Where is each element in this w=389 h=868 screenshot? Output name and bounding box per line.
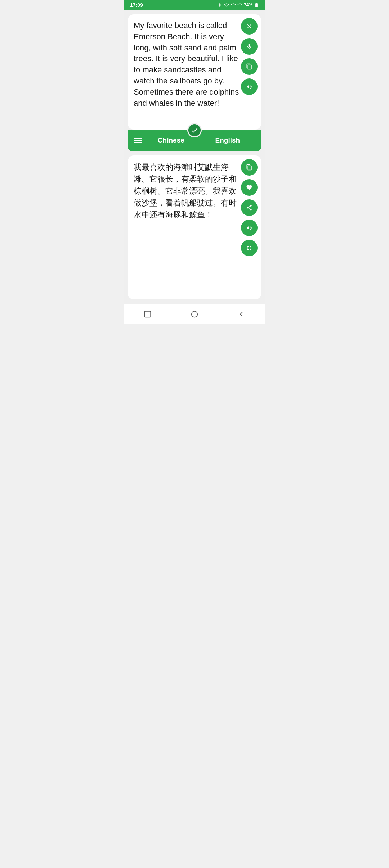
main-content: My favorite beach is called Emerson Beac… bbox=[124, 10, 265, 304]
translation-card: 我最喜欢的海滩叫艾默生海滩。它很长，有柔软的沙子和棕榈树。它非常漂亮。我喜欢做沙… bbox=[128, 155, 261, 299]
nav-square-button[interactable] bbox=[143, 309, 153, 319]
source-lang-button[interactable]: Chinese bbox=[152, 134, 190, 147]
bluetooth-icon bbox=[217, 3, 222, 8]
mic-icon bbox=[246, 43, 252, 50]
nav-bar bbox=[124, 304, 265, 324]
volume-source-button[interactable] bbox=[241, 78, 258, 95]
battery-icon bbox=[254, 3, 259, 8]
back-nav-icon bbox=[237, 310, 245, 318]
expand-icon bbox=[246, 245, 252, 251]
share-icon bbox=[246, 204, 252, 211]
svg-point-1 bbox=[192, 311, 198, 317]
nav-circle-button[interactable] bbox=[189, 309, 200, 319]
volume-translation-icon bbox=[246, 225, 252, 231]
favorite-button[interactable] bbox=[241, 179, 258, 196]
check-icon bbox=[191, 126, 198, 134]
language-selectors: Chinese English bbox=[142, 134, 261, 147]
signal-icon bbox=[231, 3, 236, 8]
translation-action-buttons bbox=[241, 159, 258, 256]
language-toolbar: Chinese English bbox=[128, 130, 261, 151]
volume-source-icon bbox=[246, 83, 252, 90]
source-card: My favorite beach is called Emerson Beac… bbox=[128, 14, 261, 130]
copy-translation-icon bbox=[246, 164, 252, 171]
share-button[interactable] bbox=[241, 199, 258, 216]
copy-source-icon bbox=[246, 63, 252, 70]
menu-line-1 bbox=[134, 138, 142, 139]
copy-translation-button[interactable] bbox=[241, 159, 258, 176]
mic-button[interactable] bbox=[241, 38, 258, 55]
signal2-icon bbox=[237, 3, 242, 8]
target-lang-button[interactable]: English bbox=[210, 134, 246, 147]
source-action-buttons bbox=[241, 18, 258, 95]
copy-source-button[interactable] bbox=[241, 58, 258, 75]
square-nav-icon bbox=[144, 310, 152, 318]
nav-back-button[interactable] bbox=[236, 309, 246, 319]
expand-button[interactable] bbox=[241, 240, 258, 256]
battery-text: 74% bbox=[244, 3, 252, 8]
source-text: My favorite beach is called Emerson Beac… bbox=[134, 20, 240, 109]
circle-nav-icon bbox=[191, 310, 198, 318]
menu-button[interactable] bbox=[134, 138, 142, 143]
status-time: 17:09 bbox=[130, 2, 143, 8]
heart-icon bbox=[246, 184, 252, 191]
close-icon bbox=[246, 23, 252, 30]
menu-line-2 bbox=[134, 140, 142, 141]
menu-line-3 bbox=[134, 142, 142, 143]
svg-rect-0 bbox=[145, 311, 151, 317]
status-bar: 17:09 74% bbox=[124, 0, 265, 10]
translated-text: 我最喜欢的海滩叫艾默生海滩。它很长，有柔软的沙子和棕榈树。它非常漂亮。我喜欢做沙… bbox=[134, 161, 240, 221]
volume-translation-button[interactable] bbox=[241, 220, 258, 236]
close-button[interactable] bbox=[241, 18, 258, 35]
check-badge bbox=[187, 123, 202, 137]
wifi-icon bbox=[224, 3, 229, 8]
status-icons: 74% bbox=[217, 3, 259, 8]
